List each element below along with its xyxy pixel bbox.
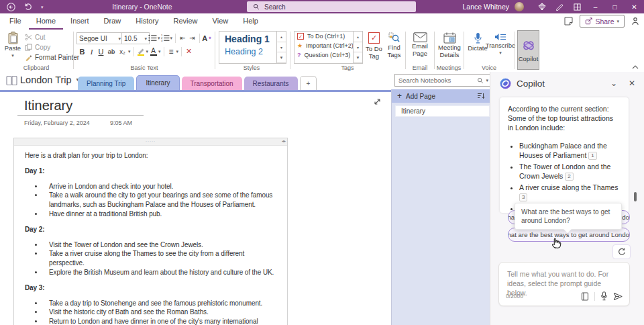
clear-formatting-button[interactable]: A✦	[203, 33, 211, 43]
citation-badge[interactable]: 1	[588, 152, 596, 160]
delete-button[interactable]: ✕	[184, 46, 193, 56]
underline-button[interactable]: U	[97, 46, 105, 56]
italic-button[interactable]: I	[87, 46, 96, 56]
font-size-select[interactable]: 10.5▾	[121, 32, 150, 44]
citation-badge[interactable]: 2	[565, 173, 573, 181]
pen-icon[interactable]	[551, 0, 568, 13]
numbering-button[interactable]: 123	[161, 33, 170, 43]
prompt-guide-icon[interactable]	[581, 292, 589, 301]
paste-button[interactable]: Paste ▾	[3, 32, 23, 58]
expand-page-icon[interactable]	[373, 97, 382, 106]
day-heading[interactable]: Day 3:	[25, 283, 279, 293]
transcribe-button[interactable]: Transcribe ▾	[487, 32, 514, 55]
send-icon[interactable]	[613, 292, 623, 301]
day-heading[interactable]: Day 2:	[25, 225, 279, 234]
copilot-collapse-icon[interactable]: ⌄	[610, 79, 617, 88]
minimize-button[interactable]: –	[586, 0, 605, 13]
close-button[interactable]: ✕	[625, 0, 644, 13]
page-list-item-itinerary[interactable]: Itinerary	[395, 105, 490, 117]
styles-scroll-up-icon[interactable]: ▴	[277, 32, 286, 42]
citation-badge[interactable]: 3	[519, 193, 527, 201]
bold-button[interactable]: B	[78, 46, 87, 56]
meeting-details-button[interactable]: Meeting Details	[437, 32, 462, 58]
regenerate-suggestions-button[interactable]	[612, 244, 631, 259]
tab-review[interactable]: Review	[166, 13, 205, 30]
styles-gallery-more-icon[interactable]: ▼	[277, 52, 286, 63]
day-list[interactable]: Arrive in London and check into your hot…	[25, 182, 279, 219]
tag-question[interactable]: ? Question (Ctrl+3)	[294, 50, 362, 60]
copilot-ribbon-button[interactable]: Copilot	[517, 30, 539, 70]
notebook-dropdown[interactable]: London Trip ▾	[20, 75, 79, 85]
styles-scroll-down-icon[interactable]: ▾	[277, 42, 286, 53]
tags-gallery-more-icon[interactable]: ▼	[354, 52, 362, 63]
tab-draw[interactable]: Draw	[97, 13, 129, 30]
tab-view[interactable]: View	[205, 13, 236, 30]
font-color-button[interactable]: A	[149, 46, 158, 56]
section-tab-restaurants[interactable]: Restaurants	[244, 77, 298, 90]
tab-file[interactable]: File	[0, 13, 29, 30]
subscript-button[interactable]: x₂	[117, 46, 127, 56]
tab-insert[interactable]: Insert	[63, 13, 97, 30]
add-page-button[interactable]: + Add Page	[392, 89, 490, 103]
gem-icon[interactable]	[533, 0, 551, 13]
day-heading[interactable]: Day 1:	[25, 167, 279, 176]
star-icon: ★	[297, 42, 303, 49]
copilot-input[interactable]: Tell me what you want to do. For ideas, …	[498, 262, 630, 306]
user-name[interactable]: Lance Whitney	[463, 3, 509, 11]
format-painter-button[interactable]: Format Painter	[25, 52, 79, 62]
paragraph-align-button[interactable]: ≡	[167, 46, 176, 56]
font-name-select[interactable]: Segoe UI▾	[76, 32, 123, 44]
section-tab-itinerary[interactable]: Itinerary	[136, 75, 179, 90]
svg-text:3: 3	[161, 39, 163, 42]
bullets-button[interactable]	[148, 33, 157, 43]
styles-gallery[interactable]: Heading 1 Heading 2 ▴ ▾ ▼	[219, 31, 286, 64]
titlebar-search-input[interactable]: Search	[247, 1, 416, 12]
undo-icon[interactable]	[24, 3, 32, 11]
note-container-handle[interactable]: ····· ◂▸	[14, 138, 287, 146]
collapse-ribbon-icon[interactable]	[632, 65, 639, 69]
note-container[interactable]: ····· ◂▸ Here is a draft plan for your t…	[13, 138, 288, 325]
highlight-color-button[interactable]	[137, 46, 146, 56]
day-list[interactable]: Visit the Tower of London and see the Cr…	[25, 240, 279, 277]
tags-scroll-down-icon[interactable]: ▾	[354, 42, 362, 53]
search-notebooks-input[interactable]: Search Notebooks ▾	[394, 74, 492, 87]
quick-access-caret-icon[interactable]: ▾	[41, 5, 44, 9]
section-tab-planning-trip[interactable]: Planning Trip	[78, 77, 134, 90]
sticky-note-icon[interactable]	[564, 17, 573, 26]
tab-home[interactable]: Home	[29, 13, 63, 30]
page-title[interactable]: Itinerary	[24, 98, 72, 113]
decrease-indent-button[interactable]: ⇤	[178, 33, 187, 43]
todo-tag-button[interactable]: ✓ To Do Tag	[365, 32, 383, 60]
email-page-button[interactable]: Email Page	[409, 32, 431, 57]
plus-icon: +	[397, 91, 402, 101]
tags-gallery[interactable]: ✓ To Do (Ctrl+1) ★ Important (Ctrl+2) ? …	[294, 31, 363, 64]
maximize-button[interactable]: □	[605, 0, 625, 13]
attraction-item: The Tower of London and the Crown Jewels…	[519, 162, 621, 181]
tag-important[interactable]: ★ Important (Ctrl+2)	[294, 41, 362, 50]
tab-help[interactable]: Help	[235, 13, 266, 30]
layout-grid-icon[interactable]	[568, 0, 586, 13]
sort-pages-icon[interactable]	[477, 93, 485, 99]
strikethrough-button[interactable]: ab	[106, 46, 117, 56]
page-canvas[interactable]: Itinerary Friday, February 2, 2024 9:05 …	[0, 92, 391, 325]
avatar[interactable]	[515, 2, 524, 11]
resize-handle-icon[interactable]: ◂▸	[282, 138, 286, 144]
share-button[interactable]: Share ▾	[580, 15, 625, 28]
find-tags-button[interactable]: ★ Find Tags	[385, 32, 403, 58]
copilot-close-icon[interactable]: ✕	[629, 79, 635, 88]
microphone-icon[interactable]	[600, 291, 608, 301]
cut-button[interactable]: Cut	[25, 32, 46, 42]
add-section-tab[interactable]: +	[300, 76, 317, 90]
tag-todo[interactable]: ✓ To Do (Ctrl+1)	[294, 32, 362, 41]
dictate-button[interactable]: Dictate	[468, 32, 488, 52]
person-icon[interactable]	[631, 17, 640, 26]
copilot-scrollbar-thumb[interactable]	[634, 192, 637, 201]
copy-button[interactable]: Copy	[25, 42, 50, 52]
section-tab-transportation[interactable]: Transportation	[182, 77, 242, 90]
tab-history[interactable]: History	[128, 13, 166, 30]
day-list[interactable]: Take a day trip to Stonehenge and see th…	[25, 299, 279, 325]
back-icon[interactable]	[7, 3, 15, 11]
increase-indent-button[interactable]: ⇥	[188, 33, 197, 43]
tags-scroll-up-icon[interactable]: ▴	[354, 32, 362, 42]
note-intro[interactable]: Here is a draft plan for your trip to Lo…	[25, 151, 279, 160]
